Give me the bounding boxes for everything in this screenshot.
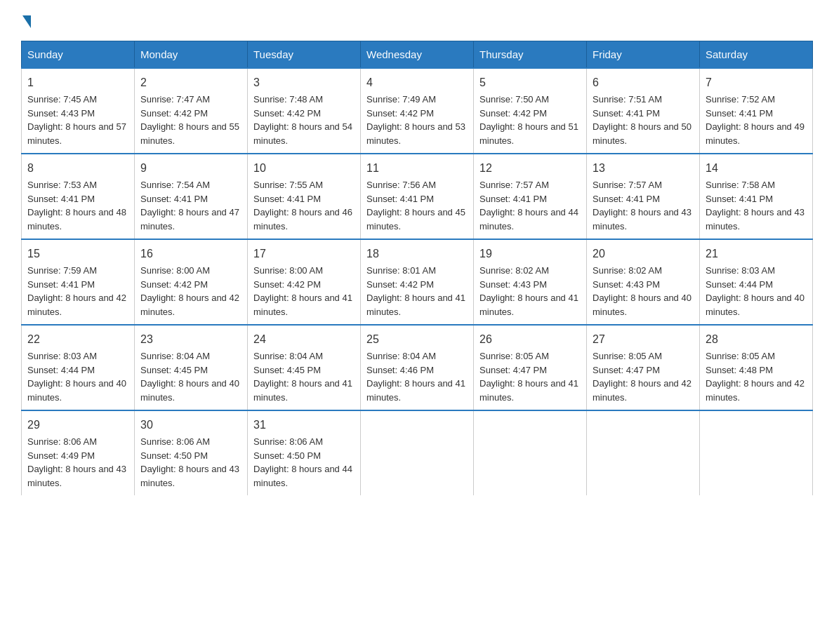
daylight-label: Daylight: 8 hours and 48 minutes. (27, 207, 126, 232)
daylight-label: Daylight: 8 hours and 43 minutes. (140, 464, 239, 488)
day-number: 6 (593, 74, 694, 91)
sunrise-label: Sunrise: 8:05 AM (593, 351, 662, 361)
calendar-table: SundayMondayTuesdayWednesdayThursdayFrid… (21, 41, 813, 495)
daylight-label: Daylight: 8 hours and 46 minutes. (253, 207, 352, 232)
sunset-label: Sunset: 4:44 PM (27, 365, 95, 375)
daylight-label: Daylight: 8 hours and 49 minutes. (706, 121, 805, 146)
sunset-label: Sunset: 4:41 PM (479, 194, 547, 204)
day-number: 23 (140, 331, 241, 348)
day-number: 7 (706, 74, 807, 91)
day-number: 9 (140, 160, 241, 177)
day-number: 5 (479, 74, 581, 91)
day-number: 16 (140, 246, 241, 262)
sunset-label: Sunset: 4:41 PM (366, 194, 434, 204)
daylight-label: Daylight: 8 hours and 41 minutes. (479, 378, 578, 403)
sunrise-label: Sunrise: 7:50 AM (479, 94, 549, 105)
sunset-label: Sunset: 4:41 PM (706, 108, 773, 119)
calendar-cell: 21Sunrise: 8:03 AMSunset: 4:44 PMDayligh… (700, 239, 813, 325)
calendar-cell: 8Sunrise: 7:53 AMSunset: 4:41 PMDaylight… (22, 154, 135, 239)
sunset-label: Sunset: 4:47 PM (479, 365, 547, 375)
calendar-cell: 5Sunrise: 7:50 AMSunset: 4:42 PMDaylight… (474, 68, 587, 154)
sunset-label: Sunset: 4:42 PM (253, 108, 321, 119)
sunrise-label: Sunrise: 8:00 AM (140, 265, 210, 276)
sunrise-label: Sunrise: 7:49 AM (366, 94, 436, 105)
calendar-cell: 18Sunrise: 8:01 AMSunset: 4:42 PMDayligh… (361, 239, 474, 325)
day-number: 18 (366, 246, 468, 262)
sunset-label: Sunset: 4:41 PM (27, 194, 95, 204)
sunset-label: Sunset: 4:45 PM (140, 365, 208, 375)
calendar-cell: 20Sunrise: 8:02 AMSunset: 4:43 PMDayligh… (587, 239, 700, 325)
sunrise-label: Sunrise: 8:04 AM (366, 351, 436, 361)
sunrise-label: Sunrise: 7:47 AM (140, 94, 210, 105)
daylight-label: Daylight: 8 hours and 42 minutes. (593, 378, 691, 403)
calendar-cell (361, 410, 474, 495)
week-row-1: 1Sunrise: 7:45 AMSunset: 4:43 PMDaylight… (22, 68, 813, 154)
calendar-cell: 23Sunrise: 8:04 AMSunset: 4:45 PMDayligh… (135, 325, 248, 410)
day-number: 24 (253, 331, 355, 348)
sunrise-label: Sunrise: 7:53 AM (27, 180, 97, 190)
sunset-label: Sunset: 4:49 PM (27, 450, 95, 461)
day-number: 17 (253, 246, 355, 262)
calendar-cell: 22Sunrise: 8:03 AMSunset: 4:44 PMDayligh… (22, 325, 135, 410)
daylight-label: Daylight: 8 hours and 44 minutes. (479, 207, 578, 232)
column-header-saturday: Saturday (700, 41, 813, 69)
daylight-label: Daylight: 8 hours and 40 minutes. (27, 378, 126, 403)
daylight-label: Daylight: 8 hours and 40 minutes. (593, 293, 691, 317)
day-number: 21 (706, 246, 807, 262)
sunrise-label: Sunrise: 8:01 AM (366, 265, 436, 276)
week-row-5: 29Sunrise: 8:06 AMSunset: 4:49 PMDayligh… (22, 410, 813, 495)
sunset-label: Sunset: 4:43 PM (593, 279, 660, 290)
day-number: 14 (706, 160, 807, 177)
calendar-cell: 13Sunrise: 7:57 AMSunset: 4:41 PMDayligh… (587, 154, 700, 239)
column-header-tuesday: Tuesday (248, 41, 361, 69)
daylight-label: Daylight: 8 hours and 53 minutes. (366, 121, 465, 146)
sunset-label: Sunset: 4:42 PM (140, 279, 208, 290)
sunrise-label: Sunrise: 8:04 AM (253, 351, 323, 361)
logo (21, 14, 31, 27)
daylight-label: Daylight: 8 hours and 41 minutes. (253, 378, 352, 403)
day-number: 27 (593, 331, 694, 348)
day-number: 25 (366, 331, 468, 348)
day-number: 30 (140, 417, 241, 434)
sunrise-label: Sunrise: 7:45 AM (27, 94, 97, 105)
calendar-cell: 3Sunrise: 7:48 AMSunset: 4:42 PMDaylight… (248, 68, 361, 154)
week-row-2: 8Sunrise: 7:53 AMSunset: 4:41 PMDaylight… (22, 154, 813, 239)
day-number: 13 (593, 160, 694, 177)
day-number: 19 (479, 246, 581, 262)
daylight-label: Daylight: 8 hours and 43 minutes. (593, 207, 691, 232)
sunrise-label: Sunrise: 7:54 AM (140, 180, 210, 190)
sunset-label: Sunset: 4:41 PM (593, 194, 660, 204)
calendar-cell: 16Sunrise: 8:00 AMSunset: 4:42 PMDayligh… (135, 239, 248, 325)
daylight-label: Daylight: 8 hours and 47 minutes. (140, 207, 239, 232)
calendar-cell (587, 410, 700, 495)
calendar-cell: 11Sunrise: 7:56 AMSunset: 4:41 PMDayligh… (361, 154, 474, 239)
calendar-cell: 25Sunrise: 8:04 AMSunset: 4:46 PMDayligh… (361, 325, 474, 410)
day-number: 15 (27, 246, 128, 262)
day-number: 3 (253, 74, 355, 91)
sunrise-label: Sunrise: 7:56 AM (366, 180, 436, 190)
page-header (21, 14, 813, 27)
sunset-label: Sunset: 4:50 PM (140, 450, 208, 461)
sunset-label: Sunset: 4:41 PM (593, 108, 660, 119)
daylight-label: Daylight: 8 hours and 41 minutes. (479, 293, 578, 317)
sunrise-label: Sunrise: 7:55 AM (253, 180, 323, 190)
calendar-cell: 6Sunrise: 7:51 AMSunset: 4:41 PMDaylight… (587, 68, 700, 154)
daylight-label: Daylight: 8 hours and 42 minutes. (706, 378, 805, 403)
calendar-cell: 24Sunrise: 8:04 AMSunset: 4:45 PMDayligh… (248, 325, 361, 410)
daylight-label: Daylight: 8 hours and 50 minutes. (593, 121, 691, 146)
daylight-label: Daylight: 8 hours and 54 minutes. (253, 121, 352, 146)
calendar-cell: 28Sunrise: 8:05 AMSunset: 4:48 PMDayligh… (700, 325, 813, 410)
daylight-label: Daylight: 8 hours and 51 minutes. (479, 121, 578, 146)
day-number: 11 (366, 160, 468, 177)
sunset-label: Sunset: 4:43 PM (479, 279, 547, 290)
daylight-label: Daylight: 8 hours and 43 minutes. (27, 464, 126, 488)
sunset-label: Sunset: 4:42 PM (479, 108, 547, 119)
sunset-label: Sunset: 4:47 PM (593, 365, 660, 375)
sunrise-label: Sunrise: 8:02 AM (479, 265, 549, 276)
sunrise-label: Sunrise: 8:06 AM (140, 436, 210, 447)
calendar-cell: 7Sunrise: 7:52 AMSunset: 4:41 PMDaylight… (700, 68, 813, 154)
day-number: 1 (27, 74, 128, 91)
daylight-label: Daylight: 8 hours and 41 minutes. (253, 293, 352, 317)
sunset-label: Sunset: 4:43 PM (27, 108, 95, 119)
calendar-cell: 31Sunrise: 8:06 AMSunset: 4:50 PMDayligh… (248, 410, 361, 495)
